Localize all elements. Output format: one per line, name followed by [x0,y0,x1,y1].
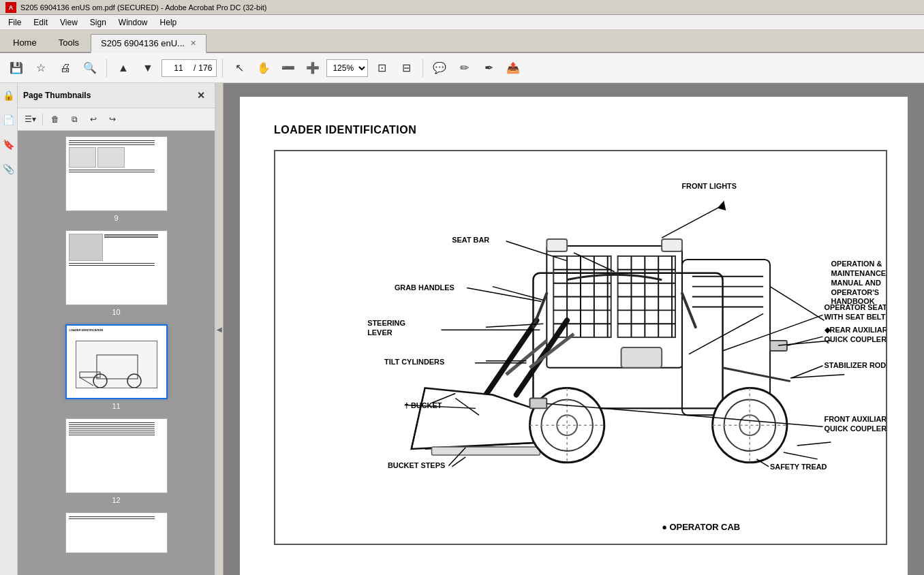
panel-sep [42,113,43,125]
svg-rect-56 [530,398,547,408]
tab-tools-label: Tools [59,37,79,48]
panel-copy-button[interactable]: ⧉ [66,111,82,127]
next-page-button[interactable]: ▼ [137,57,159,79]
panel-header: Page Thumbnails ✕ [18,83,215,108]
panel-close-button[interactable]: ✕ [193,87,209,104]
fit-button[interactable]: ⊡ [371,57,392,79]
prev-page-button[interactable]: ▲ [112,57,134,79]
thumbnail-page-13-partial[interactable] [18,512,215,553]
panel-delete-button[interactable]: 🗑 [47,111,63,127]
thumbnail-page-10[interactable]: 10 [18,230,215,316]
svg-point-2 [127,374,141,388]
svg-text:QUICK COUPLERS: QUICK COUPLERS [825,335,886,343]
svg-line-4 [80,377,93,386]
svg-text:OPERATION &: OPERATION & [831,260,882,268]
search-button[interactable]: 🔍 [79,57,101,79]
zoom-select[interactable]: 50% 75% 100% 125% 150% 200% [326,59,368,77]
panel-view-menu-button[interactable]: ☰▾ [22,111,38,127]
lock-icon[interactable]: 🔒 [2,89,16,102]
markup-button[interactable]: ✒ [478,57,499,79]
thumbnail-page-9[interactable]: 9 [18,136,215,222]
tab-home[interactable]: Home [3,33,47,52]
svg-line-87 [788,337,823,345]
attachments-icon[interactable]: 📎 [2,162,16,176]
select-tool[interactable]: ↖ [228,57,250,79]
highlight-button[interactable]: ✏ [453,57,475,79]
svg-line-60 [770,287,824,321]
svg-text:MANUAL AND: MANUAL AND [831,279,880,287]
thumbnail-label-10: 10 [112,308,120,316]
thumbnails-area[interactable]: 9 10 [18,131,215,575]
tab-tools[interactable]: Tools [48,33,89,52]
sidebar-icons: 🔒 📄 🔖 📎 [0,83,18,575]
menu-edit[interactable]: Edit [28,16,53,29]
svg-text:STABILIZER ROD: STABILIZER ROD [825,361,886,369]
menu-bar: File Edit View Sign Window Help [0,15,924,30]
svg-line-55 [723,368,790,382]
page-separator: / [194,63,196,73]
separator-2 [222,59,223,78]
separator-1 [106,59,107,78]
svg-text:LEVER: LEVER [367,328,392,337]
menu-sign[interactable]: Sign [84,16,112,29]
svg-text:STEERING: STEERING [367,319,405,327]
menu-window[interactable]: Window [113,16,153,29]
zoom-in-button[interactable]: ➕ [302,57,324,79]
main-area: 🔒 📄 🔖 📎 Page Thumbnails ✕ ☰▾ 🗑 ⧉ ↩ ↪ [0,83,924,575]
page-title: LOADER IDENTIFICATION [274,124,874,136]
thumbnail-img-13 [65,512,168,553]
thumbnail-page-12[interactable]: 12 [18,418,215,504]
svg-text:QUICK COUPLERS: QUICK COUPLERS [825,424,886,433]
layers-icon[interactable]: 📄 [2,113,16,127]
menu-view[interactable]: View [55,16,83,29]
app-icon: A [5,2,16,13]
svg-line-104 [452,457,465,467]
separator-3 [422,59,423,78]
thumbnail-page-11[interactable]: LOADER IDENTIFICATION [18,324,215,410]
svg-text:TILT CYLINDERS: TILT CYLINDERS [384,358,444,366]
tab-bar: Home Tools S205 6904136 enU... ✕ [0,30,924,53]
print-button[interactable]: 🖨 [55,57,76,79]
svg-rect-52 [621,347,662,368]
page-nav: / 176 [161,59,217,77]
svg-text:OPERATOR'S: OPERATOR'S [831,288,879,296]
toolbar: 💾 ☆ 🖨 🔍 ▲ ▼ / 176 ↖ ✋ ➖ ➕ 50% 75% 100% 1… [0,53,924,83]
zoom-out-button[interactable]: ➖ [277,57,299,79]
panel-undo-button[interactable]: ↩ [85,111,102,127]
tab-close-button[interactable]: ✕ [190,39,196,48]
svg-text:OPERATOR SEAT: OPERATOR SEAT [825,303,886,311]
panel-redo-button[interactable]: ↪ [104,111,121,127]
thumbnail-label-12: 12 [112,496,120,504]
comment-button[interactable]: 💬 [429,57,450,79]
pdf-area[interactable]: LOADER IDENTIFICATION [224,83,924,575]
tab-document[interactable]: S205 6904136 enU... ✕ [91,34,206,53]
window-title: S205 6904136 enUS om.pdf (SECURED) - Ado… [20,3,266,12]
svg-rect-0 [97,355,138,379]
thumbnail-img-10 [65,230,168,305]
svg-text:SAFETY TREAD: SAFETY TREAD [770,463,827,471]
svg-rect-51 [662,239,682,251]
svg-text:GRAB HANDLES: GRAB HANDLES [395,283,455,292]
panel-collapse-handle[interactable]: ◀ [215,83,224,575]
bookmarks-icon[interactable]: 🔖 [2,138,16,151]
menu-help[interactable]: Help [155,16,183,29]
pdf-page: LOADER IDENTIFICATION [240,97,908,575]
share-button[interactable]: 📤 [502,57,524,79]
panel-toolbar: ☰▾ 🗑 ⧉ ↩ ↪ [18,108,215,131]
hand-tool[interactable]: ✋ [253,57,275,79]
page-input[interactable] [166,63,191,73]
svg-text:FRONT LIGHTS: FRONT LIGHTS [681,182,737,190]
svg-rect-39 [432,447,540,455]
thumbnail-img-11: LOADER IDENTIFICATION [65,324,168,399]
svg-text:WITH SEAT BELT: WITH SEAT BELT [825,313,886,321]
fit-width-button[interactable]: ⊟ [395,57,417,79]
bookmark-button[interactable]: ☆ [30,57,52,79]
loader-diagram: FRONT LIGHTS OPERATION & MAINTENANCE MAN… [274,150,887,545]
save-button[interactable]: 💾 [5,57,27,79]
svg-rect-50 [546,239,567,251]
thumbnail-img-12 [65,418,168,493]
page-total: 176 [198,63,212,73]
menu-file[interactable]: File [3,16,27,29]
svg-text:FRONT AUXILIARY: FRONT AUXILIARY [825,415,886,423]
tab-document-label: S205 6904136 enU... [101,38,185,48]
